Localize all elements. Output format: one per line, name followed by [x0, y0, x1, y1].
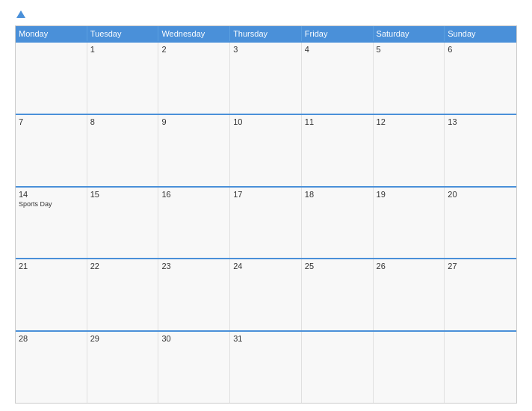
logo-general: [15, 7, 25, 21]
calendar-week-1: 123456: [16, 41, 516, 114]
day-number: 24: [233, 262, 298, 271]
holiday-label: Sports Day: [19, 200, 84, 208]
calendar-cell: 9: [158, 115, 230, 186]
day-number: 2: [161, 45, 226, 54]
calendar-cell: [445, 332, 516, 403]
day-number: 8: [90, 117, 155, 126]
day-number: 15: [90, 190, 155, 199]
calendar-cell: 22: [87, 259, 159, 330]
calendar-cell: 17: [230, 188, 302, 259]
calendar-cell: 20: [445, 188, 516, 259]
day-number: 26: [377, 262, 442, 271]
day-number: 9: [161, 117, 226, 126]
calendar-cell: 24: [230, 259, 302, 330]
calendar-cell: 31: [230, 332, 302, 403]
calendar-cell: 16: [158, 188, 230, 259]
calendar: MondayTuesdayWednesdayThursdayFridaySatu…: [15, 25, 517, 404]
day-number: 28: [19, 334, 84, 343]
calendar-cell: 3: [230, 43, 302, 114]
calendar-cell: 15: [87, 188, 159, 259]
header-day-monday: Monday: [16, 26, 87, 41]
calendar-cell: 27: [445, 259, 516, 330]
day-number: 31: [233, 334, 298, 343]
day-number: 27: [448, 262, 513, 271]
header-day-thursday: Thursday: [230, 26, 302, 41]
calendar-cell: 23: [158, 259, 230, 330]
logo: [15, 7, 25, 21]
day-number: 29: [90, 334, 155, 343]
calendar-cell: [374, 332, 445, 403]
day-number: 30: [161, 334, 226, 343]
header-day-friday: Friday: [302, 26, 374, 41]
day-number: 18: [305, 190, 370, 199]
day-number: 6: [448, 45, 513, 54]
calendar-cell: 30: [158, 332, 230, 403]
calendar-header: MondayTuesdayWednesdayThursdayFridaySatu…: [16, 26, 516, 41]
calendar-cell: 28: [16, 332, 87, 403]
day-number: 23: [161, 262, 226, 271]
calendar-cell: [302, 332, 374, 403]
day-number: 5: [377, 45, 442, 54]
calendar-cell: 21: [16, 259, 87, 330]
calendar-cell: 5: [374, 43, 445, 114]
calendar-cell: 1: [87, 43, 159, 114]
day-number: 3: [233, 45, 298, 54]
calendar-cell: 4: [302, 43, 374, 114]
day-number: 16: [161, 190, 226, 199]
day-number: 17: [233, 190, 298, 199]
calendar-cell: 25: [302, 259, 374, 330]
calendar-cell: 18: [302, 188, 374, 259]
day-number: 20: [448, 190, 513, 199]
calendar-week-4: 21222324252627: [16, 258, 516, 330]
header-day-tuesday: Tuesday: [87, 26, 159, 41]
calendar-cell: 2: [158, 43, 230, 114]
day-number: 25: [305, 262, 370, 271]
logo-triangle-icon: [16, 10, 25, 18]
calendar-week-5: 28293031: [16, 330, 516, 403]
calendar-week-2: 78910111213: [16, 114, 516, 186]
day-number: 10: [233, 117, 298, 126]
calendar-cell: [16, 43, 87, 114]
day-number: 19: [377, 190, 442, 199]
calendar-cell: 10: [230, 115, 302, 186]
day-number: 4: [305, 45, 370, 54]
day-number: 7: [19, 117, 84, 126]
calendar-cell: 26: [374, 259, 445, 330]
header-day-sunday: Sunday: [445, 26, 516, 41]
calendar-week-3: 14Sports Day151617181920: [16, 186, 516, 259]
calendar-cell: 8: [87, 115, 159, 186]
header-day-wednesday: Wednesday: [158, 26, 230, 41]
calendar-cell: 11: [302, 115, 374, 186]
header: [15, 7, 517, 21]
day-number: 13: [448, 117, 513, 126]
day-number: 22: [90, 262, 155, 271]
calendar-cell: 6: [445, 43, 516, 114]
calendar-cell: 14Sports Day: [16, 188, 87, 259]
day-number: 12: [377, 117, 442, 126]
calendar-cell: 19: [374, 188, 445, 259]
day-number: 11: [305, 117, 370, 126]
calendar-cell: 12: [374, 115, 445, 186]
calendar-cell: 13: [445, 115, 516, 186]
calendar-cell: 7: [16, 115, 87, 186]
calendar-cell: 29: [87, 332, 159, 403]
day-number: 21: [19, 262, 84, 271]
page: MondayTuesdayWednesdayThursdayFridaySatu…: [0, 0, 532, 411]
day-number: 14: [19, 190, 84, 199]
calendar-body: 1234567891011121314Sports Day15161718192…: [16, 41, 516, 403]
day-number: 1: [90, 45, 155, 54]
header-day-saturday: Saturday: [374, 26, 445, 41]
